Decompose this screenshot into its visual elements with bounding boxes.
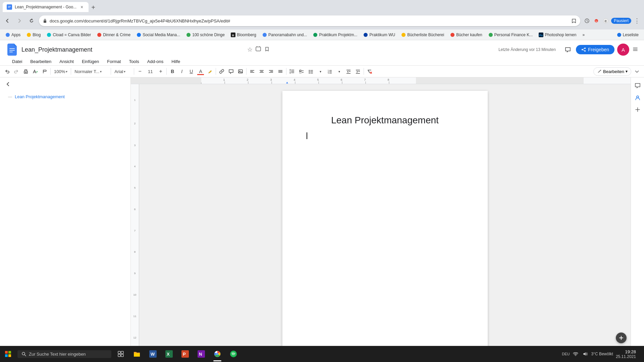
style-value: Normaler T... — [74, 69, 99, 74]
document-title[interactable]: Lean_Projektmanagement — [21, 46, 245, 53]
zoom-dropdown[interactable]: 100% ▾ — [52, 67, 69, 76]
image-button[interactable] — [236, 67, 245, 76]
line-spacing-button[interactable] — [288, 67, 297, 76]
taskbar-spotify[interactable] — [225, 346, 241, 362]
bookmark-more[interactable]: » — [580, 32, 587, 38]
paint-format-button[interactable] — [40, 67, 49, 76]
font-size-decrease-button[interactable]: − — [136, 67, 144, 76]
taskbar-excel[interactable]: X — [161, 346, 177, 362]
taskbar-task-view[interactable] — [113, 346, 129, 362]
share-button[interactable]: Freigeben — [576, 45, 614, 54]
document-page[interactable]: Lean Projektmanagement — [282, 91, 488, 346]
collapse-toolbar-button[interactable] — [635, 68, 641, 75]
outline-item[interactable]: — Lean Projektmanagement — [0, 92, 130, 101]
network-icon[interactable] — [572, 351, 579, 357]
underline-button[interactable]: U — [187, 67, 196, 76]
bookmark-buecher[interactable]: Bücher kaufen — [447, 32, 485, 38]
decrease-indent-button[interactable] — [344, 67, 353, 76]
comments-button[interactable] — [562, 44, 573, 55]
start-button[interactable] — [0, 346, 16, 362]
bookmark-blog[interactable]: Blog — [24, 32, 43, 38]
text-color-button[interactable]: A — [196, 67, 205, 76]
font-size-increase-button[interactable]: + — [156, 67, 165, 76]
docs-header: Lean_Projektmanagement ☆ Letzte Änderung… — [0, 40, 644, 66]
bookmark-canva[interactable]: Cload = Canva Bilder — [44, 32, 94, 38]
increase-indent-button[interactable] — [354, 67, 362, 76]
refresh-button[interactable] — [27, 16, 36, 25]
spellcheck-button[interactable] — [31, 67, 40, 76]
highlight-button[interactable] — [206, 67, 214, 76]
back-button[interactable] — [3, 16, 12, 25]
menu-datei[interactable]: Datei — [8, 58, 26, 65]
bullet-list-button[interactable] — [307, 67, 315, 76]
right-panel-chat[interactable] — [632, 80, 643, 91]
taskbar-explorer[interactable] — [129, 346, 145, 362]
taskbar-search-box[interactable]: Zur Suche Text hier eingeben — [17, 350, 111, 358]
clear-formatting-button[interactable] — [365, 67, 374, 76]
new-tab-button[interactable]: + — [89, 3, 98, 12]
redo-button[interactable] — [12, 67, 21, 76]
volume-icon[interactable] — [582, 351, 588, 357]
right-panel-add[interactable] — [632, 104, 643, 115]
bookmark-apps[interactable]: Apps — [3, 32, 23, 38]
move-to-drive-button[interactable] — [255, 46, 261, 53]
menu-ansicht[interactable]: Ansicht — [55, 58, 78, 65]
align-right-button[interactable] — [267, 67, 275, 76]
bookmark-100[interactable]: 100 schöne Dinge — [183, 32, 227, 38]
bookmark-photoshop[interactable]: Ps Photoshop lernen — [536, 32, 579, 38]
menu-format[interactable]: Format — [103, 58, 125, 65]
bold-button[interactable]: B — [168, 67, 177, 76]
profile-button[interactable]: Pausiert — [611, 18, 631, 24]
bookmark-bloomberg[interactable]: B Bloomberg — [228, 32, 259, 38]
address-bar[interactable]: docs.google.com/document/d/1dRjgrRmMzTBV… — [39, 15, 580, 26]
menu-addons[interactable]: Add-ons — [143, 58, 167, 65]
right-panel-person[interactable] — [632, 92, 643, 103]
taskbar-word[interactable]: W — [145, 346, 161, 362]
font-size-input[interactable]: 11 — [145, 67, 156, 76]
menu-tools[interactable]: Tools — [125, 58, 143, 65]
numbered-list-chevron[interactable]: ▾ — [335, 67, 343, 76]
user-avatar[interactable]: A — [617, 44, 629, 56]
align-center-button[interactable] — [257, 67, 266, 76]
star-button[interactable]: ☆ — [247, 46, 253, 53]
outline-back-button[interactable] — [5, 81, 11, 88]
checklist-button[interactable] — [297, 67, 306, 76]
link-button[interactable] — [217, 67, 226, 76]
comment-button[interactable] — [227, 67, 235, 76]
add-page-button[interactable] — [616, 333, 627, 343]
bookmark-finance[interactable]: Personal Finance K... — [486, 32, 536, 38]
taskbar-onenote[interactable]: N — [193, 346, 209, 362]
style-dropdown[interactable]: Normaler T... ▾ — [72, 67, 109, 76]
edit-mode-toggle[interactable]: Bearbeiten ▾ — [593, 67, 631, 76]
collapse-panel-button[interactable] — [632, 46, 639, 54]
bullet-list-chevron[interactable]: ▾ — [316, 67, 325, 76]
bookmark-leseliste[interactable]: Leseliste — [614, 32, 641, 38]
bookmark-wu[interactable]: Praktikum WU — [361, 32, 398, 38]
menu-button[interactable]: ⋮ — [633, 17, 641, 24]
italic-button[interactable]: I — [177, 67, 186, 76]
bookmark-praktikum[interactable]: Praktikum Projektm... — [310, 32, 360, 38]
print-button[interactable] — [21, 67, 30, 76]
bookmark-dinner[interactable]: Dinner & Crime — [94, 32, 133, 38]
numbered-list-button[interactable]: 1.2.3. — [325, 67, 334, 76]
ext-icon-1[interactable] — [583, 17, 591, 25]
menu-einfuegen[interactable]: Einfügen — [78, 58, 103, 65]
ext-icon-2[interactable]: N — [592, 17, 600, 25]
undo-button[interactable] — [3, 67, 11, 76]
forward-button[interactable] — [15, 16, 24, 25]
browser-tab-active[interactable]: Lean_Projektmanagement - Goo... × — [3, 2, 89, 12]
bookmark-buecherliste[interactable]: Bücherliste Bücherei — [398, 32, 447, 38]
clock[interactable]: 19:28 25.11.2021 — [616, 349, 636, 359]
align-left-button[interactable] — [248, 67, 257, 76]
menu-hilfe[interactable]: Hilfe — [167, 58, 184, 65]
bookmark-social[interactable]: Social Media Mana... — [134, 32, 183, 38]
font-dropdown[interactable]: Arial ▾ — [112, 67, 132, 76]
tab-close-button[interactable]: × — [79, 4, 85, 10]
taskbar-search-icon — [21, 352, 26, 356]
taskbar-chrome[interactable] — [209, 346, 225, 362]
align-justify-button[interactable] — [276, 67, 285, 76]
bookmark-panorama[interactable]: Panoramabahn und... — [260, 32, 310, 38]
ext-icon-3[interactable]: C — [602, 17, 610, 25]
taskbar-powerpoint[interactable]: P — [177, 346, 193, 362]
menu-bearbeiten[interactable]: Bearbeiten — [26, 58, 55, 65]
